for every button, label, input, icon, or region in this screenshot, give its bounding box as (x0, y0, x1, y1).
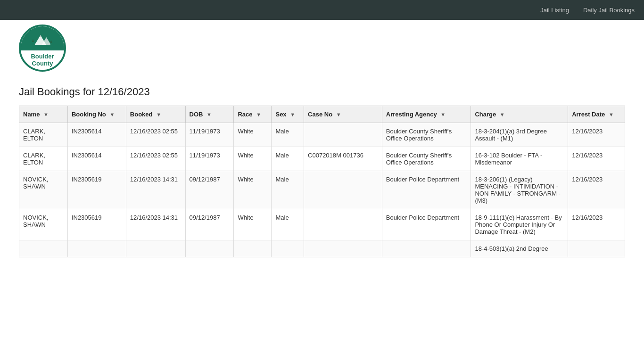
race-filter-icon[interactable]: ▼ (256, 112, 261, 117)
dob-filter-icon[interactable]: ▼ (206, 112, 212, 117)
logo-icon (31, 31, 54, 45)
cell-arrest_date: 12/16/2023 (568, 123, 625, 147)
col-header-booking-no[interactable]: Booking No ▼ (67, 106, 126, 123)
booked-filter-icon[interactable]: ▼ (156, 112, 161, 117)
table-row: CLARK, ELTONIN230561412/16/2023 02:5511/… (19, 123, 625, 147)
cell-dob: 11/19/1973 (185, 123, 234, 147)
svg-marker-3 (32, 39, 33, 42)
cell-arrest_date: 12/16/2023 (568, 209, 625, 240)
cell-case_no: C0072018M 001736 (304, 147, 382, 171)
cell-case_no (304, 171, 382, 209)
cell-agency: Boulder Police Department (382, 209, 471, 240)
cell-case_no (304, 209, 382, 240)
agency-filter-icon[interactable]: ▼ (440, 112, 446, 117)
charge-filter-icon[interactable]: ▼ (500, 112, 505, 117)
col-header-race[interactable]: Race ▼ (234, 106, 272, 123)
cell-race: White (234, 147, 272, 171)
cell-charge: 18-3-206(1) (Legacy) MENACING - INTIMIDA… (471, 171, 568, 209)
cell-booking_no: IN2305619 (67, 171, 126, 209)
cell-booked: 12/16/2023 14:31 (126, 209, 185, 240)
cell-sex: Male (272, 209, 304, 240)
col-header-arrest-date[interactable]: Arrest Date ▼ (568, 106, 625, 123)
logo: Boulder County (19, 25, 66, 72)
cell-race: White (234, 171, 272, 209)
cell-booked: 12/16/2023 14:31 (126, 171, 185, 209)
cell-dob: 09/12/1987 (185, 171, 234, 209)
cell-sex: Male (272, 123, 304, 147)
col-header-dob[interactable]: DOB ▼ (185, 106, 234, 123)
table-row: NOVICK, SHAWNIN230561912/16/2023 14:3109… (19, 171, 625, 209)
svg-marker-5 (50, 40, 52, 43)
page-title: Jail Bookings for 12/16/2023 (19, 86, 625, 98)
cell-booking_no: IN2305614 (67, 147, 126, 171)
col-header-booked[interactable]: Booked ▼ (126, 106, 185, 123)
svg-marker-6 (39, 35, 41, 37)
table-header: Name ▼ Booking No ▼ Booked ▼ DOB ▼ Race (19, 106, 625, 123)
cell-dob: 09/12/1987 (185, 209, 234, 240)
jail-listing-link[interactable]: Jail Listing (540, 7, 569, 14)
bookings-table: Name ▼ Booking No ▼ Booked ▼ DOB ▼ Race (19, 106, 625, 257)
cell-arrest_date: 12/16/2023 (568, 147, 625, 171)
cell-booked: 12/16/2023 02:55 (126, 123, 185, 147)
table-row: NOVICK, SHAWNIN230561912/16/2023 14:3109… (19, 209, 625, 240)
col-header-charge[interactable]: Charge ▼ (471, 106, 568, 123)
cell-name: NOVICK, SHAWN (19, 209, 68, 240)
cell-booking_no (67, 240, 126, 257)
cell-name: NOVICK, SHAWN (19, 171, 68, 209)
daily-jail-bookings-link[interactable]: Daily Jail Bookings (583, 7, 635, 14)
col-header-case-no[interactable]: Case No ▼ (304, 106, 382, 123)
cell-dob (185, 240, 234, 257)
cell-agency: Boulder County Sheriff's Office Operatio… (382, 123, 471, 147)
header-area: Boulder County (0, 20, 644, 76)
booking-filter-icon[interactable]: ▼ (109, 112, 115, 117)
caseno-filter-icon[interactable]: ▼ (336, 112, 341, 117)
cell-booking_no: IN2305614 (67, 123, 126, 147)
cell-sex (272, 240, 304, 257)
cell-arrest_date (568, 240, 625, 257)
cell-agency: Boulder County Sheriff's Office Operatio… (382, 147, 471, 171)
table-row: CLARK, ELTONIN230561412/16/2023 02:5511/… (19, 147, 625, 171)
cell-sex: Male (272, 147, 304, 171)
cell-race: White (234, 123, 272, 147)
main-content: Jail Bookings for 12/16/2023 Name ▼ Book… (0, 76, 644, 267)
cell-agency: Boulder Police Department (382, 171, 471, 209)
cell-arrest_date: 12/16/2023 (568, 171, 625, 209)
cell-case_no (304, 240, 382, 257)
logo-text: Boulder County (21, 50, 64, 70)
cell-charge: 18-9-111(1)(e) Harassment - By Phone Or … (471, 209, 568, 240)
table-body: CLARK, ELTONIN230561412/16/2023 02:5511/… (19, 123, 625, 257)
name-filter-icon[interactable]: ▼ (43, 112, 49, 117)
cell-booking_no: IN2305619 (67, 209, 126, 240)
col-header-name[interactable]: Name ▼ (19, 106, 68, 123)
cell-charge: 18-3-204(1)(a) 3rd Degree Assault - (M1) (471, 123, 568, 147)
cell-name (19, 240, 68, 257)
cell-charge: 18-4-503(1)(a) 2nd Degree (471, 240, 568, 257)
cell-race (234, 240, 272, 257)
cell-name: CLARK, ELTON (19, 147, 68, 171)
table-row: 18-4-503(1)(a) 2nd Degree (19, 240, 625, 257)
cell-case_no (304, 123, 382, 147)
cell-dob: 11/19/1973 (185, 147, 234, 171)
sex-filter-icon[interactable]: ▼ (290, 112, 295, 117)
cell-charge: 16-3-102 Boulder - FTA - Misdemeanor (471, 147, 568, 171)
cell-booked: 12/16/2023 02:55 (126, 147, 185, 171)
cell-name: CLARK, ELTON (19, 123, 68, 147)
col-header-sex[interactable]: Sex ▼ (272, 106, 304, 123)
col-header-agency[interactable]: Arresting Agency ▼ (382, 106, 471, 123)
cell-sex: Male (272, 171, 304, 209)
cell-agency (382, 240, 471, 257)
arrest-date-filter-icon[interactable]: ▼ (609, 112, 614, 117)
logo-top (21, 26, 64, 50)
cell-race: White (234, 209, 272, 240)
top-navigation: Jail Listing Daily Jail Bookings (0, 0, 644, 20)
cell-booked (126, 240, 185, 257)
